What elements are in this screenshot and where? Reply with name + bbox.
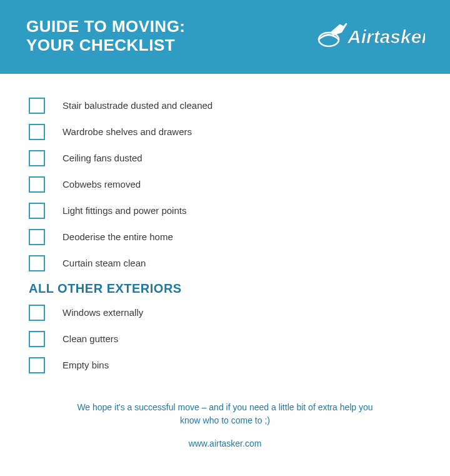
checklist-body: Stair balustrade dusted and cleaned Ward… (0, 74, 450, 476)
header: GUIDE TO MOVING: YOUR CHECKLIST Airtaske… (0, 0, 450, 74)
list-item: Deoderise the entire home (29, 229, 421, 245)
section-heading-exteriors: ALL OTHER EXTERIORS (29, 281, 421, 296)
list-item: Stair balustrade dusted and cleaned (29, 98, 421, 114)
list-item: Clean gutters (29, 331, 421, 347)
brand-logo: Airtasker (312, 18, 425, 54)
checkbox[interactable] (29, 203, 45, 219)
item-label: Empty bins (58, 360, 109, 370)
footer-url: www.airtasker.com (66, 437, 384, 450)
title-line-1: GUIDE TO MOVING: (26, 18, 186, 36)
list-item: Wardrobe shelves and drawers (29, 124, 421, 140)
item-label: Wardrobe shelves and drawers (58, 126, 192, 137)
title-line-2: YOUR CHECKLIST (26, 36, 186, 55)
checkbox[interactable] (29, 98, 45, 114)
list-item: Empty bins (29, 357, 421, 373)
footer: We hope it's a successful move – and if … (29, 383, 421, 465)
item-label: Ceiling fans dusted (58, 153, 142, 163)
airtasker-logo-icon: Airtasker (312, 18, 425, 52)
checkbox[interactable] (29, 124, 45, 140)
footer-message: We hope it's a successful move – and if … (66, 401, 384, 427)
checklist-section-2: Windows externally Clean gutters Empty b… (29, 305, 421, 373)
item-label: Deoderise the entire home (58, 231, 173, 242)
page-title: GUIDE TO MOVING: YOUR CHECKLIST (26, 18, 186, 55)
item-label: Windows externally (58, 307, 143, 318)
checklist-section-1: Stair balustrade dusted and cleaned Ward… (29, 98, 421, 271)
list-item: Light fittings and power points (29, 203, 421, 219)
checkbox[interactable] (29, 305, 45, 321)
item-label: Clean gutters (58, 333, 118, 344)
checkbox[interactable] (29, 357, 45, 373)
list-item: Cobwebs removed (29, 176, 421, 193)
checkbox[interactable] (29, 255, 45, 271)
list-item: Curtain steam clean (29, 255, 421, 271)
checkbox[interactable] (29, 176, 45, 193)
brand-name: Airtasker (347, 26, 425, 47)
checkbox[interactable] (29, 229, 45, 245)
list-item: Windows externally (29, 305, 421, 321)
item-label: Stair balustrade dusted and cleaned (58, 100, 212, 111)
checkbox[interactable] (29, 331, 45, 347)
item-label: Curtain steam clean (58, 258, 146, 268)
list-item: Ceiling fans dusted (29, 150, 421, 166)
page: GUIDE TO MOVING: YOUR CHECKLIST Airtaske… (0, 0, 450, 476)
checkbox[interactable] (29, 150, 45, 166)
item-label: Light fittings and power points (58, 205, 186, 216)
item-label: Cobwebs removed (58, 179, 141, 190)
